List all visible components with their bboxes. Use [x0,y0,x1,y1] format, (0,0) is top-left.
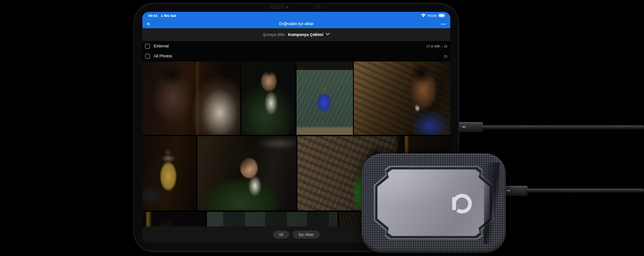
cable-wire [481,125,644,129]
add-to-label: Şuraya ekle: [263,32,286,37]
chevron-down-icon [326,33,330,36]
selected-album: Kampanya Çekimi [288,32,323,37]
close-icon[interactable]: ✕ [146,21,150,26]
source-row-external[interactable]: External 17,6 MB – 11 [142,41,450,51]
external-drive [362,154,506,253]
wifi-icon [421,14,426,17]
source-meta: 11 [444,54,448,58]
photo-thumbnail-3[interactable] [297,61,353,135]
scene: 09:41 1 Nis Sal %100 [0,0,644,256]
front-camera-lens [313,5,322,10]
battery-full-icon [438,14,446,17]
g-drive-logo-icon [449,191,474,216]
photo-thumbnail-5[interactable] [142,136,196,210]
front-camera-pill [270,5,284,9]
more-options-icon[interactable]: ••• [441,22,446,26]
photo-thumbnail-6[interactable] [197,136,297,210]
photo-thumbnail-2[interactable] [241,61,296,135]
status-time: 09:41 [148,14,157,18]
photo-thumbnail-4[interactable] [354,61,450,135]
source-meta: 17,6 MB – 11 [426,44,448,48]
import-button[interactable]: İçe Aktar [293,230,320,239]
usb-connector [456,122,483,132]
page-title: Doğrudan içe aktar [142,21,450,26]
drive-side-chamfer [484,163,499,244]
source-label: All Photos [154,54,172,58]
photo-thumbnail-10[interactable] [207,212,337,226]
checkbox-all-photos[interactable] [145,54,150,59]
front-camera-icon [286,6,288,9]
photo-thumbnail-1[interactable] [142,61,240,135]
import-nav-bar: Doğrudan içe aktar ✕ ••• [142,19,450,28]
cable-wire [526,189,644,193]
source-row-all-photos[interactable]: All Photos 11 [142,51,450,61]
source-label: External [154,44,169,48]
source-list: External 17,6 MB – 11 All Photos 11 [142,41,450,61]
status-bar: 09:41 1 Nis Sal %100 [142,12,450,19]
battery-percent: %100 [428,14,437,18]
photo-thumbnail-9[interactable] [142,212,206,226]
delete-button[interactable]: Sil [273,230,289,239]
checkbox-external[interactable] [145,44,150,49]
status-date: 1 Nis Sal [161,14,176,18]
add-to-album-selector[interactable]: Şuraya ekle: Kampanya Çekimi [142,28,450,41]
